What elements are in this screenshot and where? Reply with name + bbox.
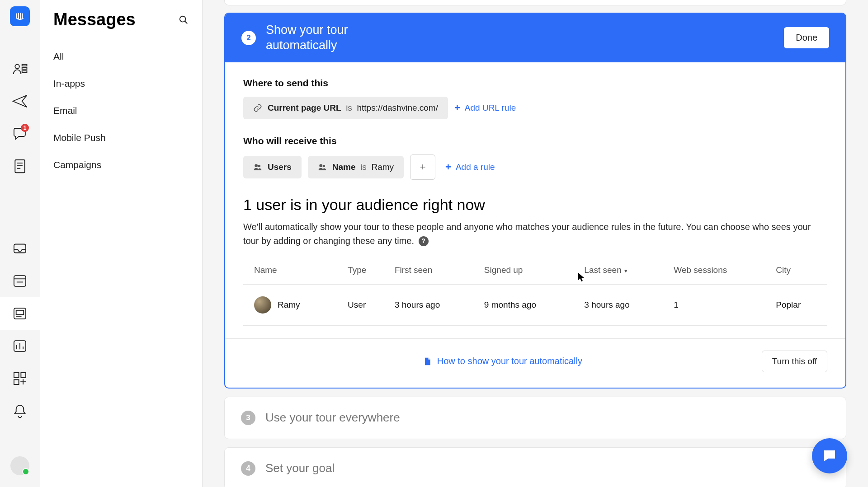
rail-inbox-icon[interactable] (0, 232, 40, 265)
svg-line-30 (185, 21, 188, 23)
chevron-down-icon: ▾ (624, 267, 627, 274)
add-filter-button[interactable]: + (410, 155, 435, 180)
side-nav: All In-apps Email Mobile Push Campaigns (40, 43, 202, 178)
col-web-sessions[interactable]: Web sessions (668, 259, 770, 285)
side-nav-item-mobilepush[interactable]: Mobile Push (40, 124, 202, 151)
url-rule-chip[interactable]: Current page URL is https://dashvine.com… (243, 97, 448, 119)
col-name[interactable]: Name (243, 259, 342, 285)
row-last-seen: 3 hours ago (579, 284, 668, 325)
rail-conversations-icon[interactable]: 1 (0, 117, 40, 150)
url-chip-prefix: Current page URL (268, 103, 341, 112)
step-3-card[interactable]: 3 Use your tour everywhere (224, 397, 846, 439)
rail-people-icon[interactable] (0, 52, 40, 85)
svg-rect-7 (22, 68, 27, 70)
help-icon[interactable]: ? (419, 236, 429, 246)
icon-rail: 1 (0, 0, 40, 487)
rail-tours-icon[interactable] (0, 297, 40, 330)
messages-sidepanel: Messages All In-apps Email Mobile Push C… (40, 0, 203, 487)
row-web-sessions: 1 (668, 284, 770, 325)
rail-apps-icon[interactable] (0, 362, 40, 395)
where-to-send-label: Where to send this (243, 78, 827, 89)
svg-rect-24 (14, 373, 19, 378)
svg-point-5 (15, 65, 19, 69)
col-signed-up[interactable]: Signed up (479, 259, 579, 285)
side-nav-item-inapps[interactable]: In-apps (40, 70, 202, 97)
turn-this-off-button[interactable]: Turn this off (762, 351, 827, 372)
app-logo[interactable] (10, 6, 30, 26)
current-user-avatar[interactable] (10, 456, 29, 475)
filter-users-chip[interactable]: Users (243, 156, 302, 178)
sidepanel-title: Messages (53, 10, 136, 29)
svg-rect-18 (16, 310, 24, 315)
svg-point-31 (255, 164, 258, 167)
row-signed-up: 9 months ago (479, 284, 579, 325)
svg-rect-9 (15, 160, 24, 173)
rail-reports-icon[interactable] (0, 330, 40, 362)
filter-users-label: Users (268, 162, 292, 172)
row-type: User (342, 284, 389, 325)
document-icon (423, 356, 432, 367)
chat-fab[interactable] (812, 438, 847, 473)
side-nav-item-email[interactable]: Email (40, 97, 202, 124)
svg-rect-26 (14, 379, 19, 384)
row-city: Poplar (770, 284, 827, 325)
chat-icon (821, 448, 838, 464)
svg-point-29 (180, 16, 186, 22)
table-header-row: Name Type First seen Signed up Last seen… (243, 259, 827, 285)
previous-step-card-stub[interactable] (224, 0, 846, 5)
step-4-title: Set your goal (265, 461, 335, 475)
col-city[interactable]: City (770, 259, 827, 285)
row-first-seen: 3 hours ago (389, 284, 479, 325)
intercom-logo-icon (14, 10, 26, 22)
row-avatar (254, 296, 271, 314)
side-nav-item-all[interactable]: All (40, 43, 202, 70)
step-3-title: Use your tour everywhere (265, 411, 400, 425)
who-will-receive-label: Who will receive this (243, 136, 827, 146)
link-icon (253, 103, 262, 112)
step-2-number: 2 (241, 31, 256, 45)
svg-rect-14 (14, 276, 26, 286)
step-4-card[interactable]: 4 Set your goal (224, 447, 846, 487)
howto-link[interactable]: How to show your tour automatically (423, 356, 582, 367)
search-icon[interactable] (179, 15, 189, 25)
col-type[interactable]: Type (342, 259, 389, 285)
side-nav-item-campaigns[interactable]: Campaigns (40, 151, 202, 178)
svg-point-33 (319, 164, 322, 167)
svg-point-34 (322, 164, 325, 167)
plus-icon: + (445, 161, 451, 173)
users-icon (253, 163, 262, 172)
audience-heading: 1 user is in your audience right now (243, 196, 827, 214)
rail-library-icon[interactable] (0, 265, 40, 297)
step-3-number: 3 (241, 411, 255, 425)
add-url-rule-link[interactable]: + Add URL rule (454, 102, 516, 114)
filter-name-value: Ramy (371, 162, 394, 172)
main-content: 2 Show your tour automatically Done Wher… (203, 0, 868, 487)
table-row[interactable]: Ramy User 3 hours ago 9 months ago 3 hou… (243, 284, 827, 325)
add-rule-link[interactable]: + Add a rule (445, 161, 495, 173)
users-icon (318, 163, 327, 172)
done-button[interactable]: Done (784, 27, 829, 48)
svg-rect-6 (22, 65, 27, 66)
audience-table: Name Type First seen Signed up Last seen… (243, 259, 827, 326)
col-first-seen[interactable]: First seen (389, 259, 479, 285)
filter-name-chip[interactable]: Name is Ramy (308, 156, 404, 178)
rail-notifications-icon[interactable] (0, 395, 40, 427)
svg-point-32 (258, 164, 260, 167)
rail-badge: 1 (21, 124, 29, 132)
rail-articles-icon[interactable] (0, 150, 40, 183)
url-chip-value: https://dashvine.com/ (357, 103, 438, 112)
svg-rect-25 (21, 373, 26, 378)
step-2-title: Show your tour automatically (266, 23, 374, 53)
filter-name-pre: Name (332, 162, 356, 172)
plus-icon: + (454, 102, 460, 114)
rail-send-icon[interactable] (0, 85, 40, 117)
row-name: Ramy (278, 300, 300, 310)
svg-rect-8 (22, 71, 27, 73)
step-4-number: 4 (241, 461, 255, 476)
col-last-seen[interactable]: Last seen▾ (579, 259, 668, 285)
step-2-card: 2 Show your tour automatically Done Wher… (224, 13, 846, 389)
step-2-header: 2 Show your tour automatically Done (225, 14, 845, 62)
audience-description: We'll automatically show your tour to th… (243, 220, 827, 248)
